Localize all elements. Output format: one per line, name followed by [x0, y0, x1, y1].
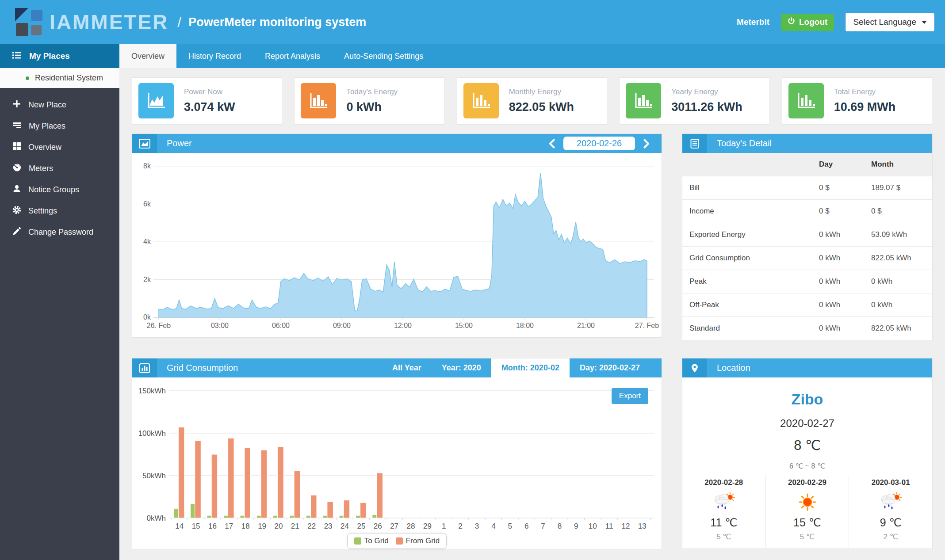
- grid-range-tabs: All Year Year: 2020 Month: 2020-02 Day: …: [382, 358, 650, 377]
- sidebar-item-notice-groups[interactable]: Notice Groups: [0, 179, 119, 200]
- stat-value: 3.074 kW: [184, 100, 235, 114]
- svg-text:100kWh: 100kWh: [138, 429, 166, 438]
- city-name[interactable]: Zibo: [792, 391, 823, 408]
- sidebar-item-meters[interactable]: Meters: [0, 158, 119, 179]
- svg-text:27. Feb: 27. Feb: [635, 322, 659, 329]
- grid-consumption-panel: Grid Consumption All Year Year: 2020 Mon…: [132, 358, 662, 549]
- column-header-day: Day: [819, 153, 871, 176]
- tab-report-analysis[interactable]: Report Analysis: [253, 44, 332, 68]
- svg-text:0kWh: 0kWh: [147, 514, 166, 522]
- logout-button[interactable]: Logout: [781, 14, 834, 31]
- svg-text:25: 25: [357, 522, 365, 530]
- table-row: Exported Energy0 kWh53.09 kWh: [682, 223, 932, 246]
- svg-text:1: 1: [442, 522, 446, 530]
- panel-title: Location: [717, 363, 750, 373]
- sun-rain-icon: [712, 491, 736, 513]
- from-grid-swatch-icon: [396, 537, 403, 545]
- svg-text:150kWh: 150kWh: [138, 387, 166, 395]
- svg-text:20: 20: [275, 522, 283, 530]
- sidebar-item-change-password[interactable]: Change Password: [0, 221, 119, 243]
- table-row: Bill0 $189.07 $: [682, 176, 932, 199]
- chevron-left-icon[interactable]: [549, 139, 555, 149]
- bar-chart-icon: [788, 83, 824, 118]
- user-icon: [12, 184, 21, 195]
- table-row: Income0 $0 $: [682, 199, 932, 223]
- panel-title: Power: [167, 138, 192, 149]
- current-temperature: 8 ℃: [794, 437, 821, 453]
- svg-text:26. Feb: 26. Feb: [147, 322, 171, 329]
- table-row: Peak0 kWh0 kWh: [682, 270, 932, 293]
- svg-text:2: 2: [458, 522, 462, 530]
- sidebar-item-new-place[interactable]: New Place: [0, 94, 119, 115]
- tab-bar: Overview History Record Report Analysis …: [119, 44, 945, 68]
- brand-name: IAMMETER: [50, 10, 168, 34]
- table-row: Standard0 kWh822.05 kWh: [682, 316, 932, 340]
- stat-cards-row: Power Now 3.074 kW Today's Energy 0 kWh: [132, 77, 932, 124]
- svg-text:7: 7: [541, 522, 545, 530]
- sidebar-item-residential-system[interactable]: Residential System: [0, 68, 119, 88]
- legend-item-from-grid[interactable]: From Grid: [396, 537, 440, 545]
- tab-all-year[interactable]: All Year: [382, 358, 432, 377]
- gear-icon: [12, 206, 21, 217]
- tab-overview[interactable]: Overview: [119, 44, 176, 68]
- forecast-day-2: 2020-02-29 15 ℃ 5 ℃: [765, 475, 849, 549]
- svg-text:28: 28: [407, 522, 415, 530]
- bar-chart-icon: [626, 83, 661, 118]
- grid-consumption-chart: Export 0kWh50kWh100kWh150kWh141516171819…: [132, 377, 662, 549]
- export-button[interactable]: Export: [612, 388, 648, 404]
- svg-text:8k: 8k: [143, 162, 151, 170]
- tab-year[interactable]: Year: 2020: [432, 358, 491, 377]
- svg-text:12:00: 12:00: [394, 322, 412, 329]
- legend-item-to-grid[interactable]: To Grid: [354, 537, 389, 545]
- forecast-day-3: 2020-03-01 9 ℃ 2 ℃: [849, 475, 932, 549]
- svg-text:6: 6: [524, 522, 528, 530]
- stat-label: Today's Energy: [346, 88, 398, 96]
- stat-label: Power Now: [184, 88, 235, 96]
- tab-month[interactable]: Month: 2020-02: [491, 358, 570, 377]
- date-input[interactable]: 2020-02-26: [563, 137, 635, 150]
- forecast-day-1: 2020-02-28 11 ℃ 5 ℃: [682, 475, 765, 549]
- svg-text:19: 19: [258, 522, 266, 530]
- svg-text:3: 3: [475, 522, 479, 530]
- chevron-right-icon[interactable]: [643, 139, 650, 149]
- panel-title: Grid Consumption: [167, 363, 238, 373]
- svg-text:21:00: 21:00: [577, 322, 595, 329]
- green-dot-icon: [26, 76, 29, 80]
- svg-text:18:00: 18:00: [516, 322, 534, 329]
- pencil-icon: [12, 227, 21, 238]
- stat-card-monthly-energy: Monthly Energy 822.05 kWh: [457, 77, 607, 124]
- gauge-icon: [12, 163, 22, 174]
- stat-card-power-now: Power Now 3.074 kW: [132, 77, 282, 124]
- svg-text:18: 18: [241, 522, 250, 530]
- plus-icon: [12, 99, 21, 110]
- list-ul-icon: [12, 51, 22, 62]
- todays-detail-panel: Today's Detail Day Month: [682, 133, 933, 340]
- svg-text:27: 27: [390, 522, 398, 530]
- stat-card-todays-energy: Today's Energy 0 kWh: [294, 77, 444, 124]
- svg-text:23: 23: [324, 522, 333, 530]
- tab-auto-sending-settings[interactable]: Auto-Sending Settings: [332, 44, 435, 68]
- svg-text:22: 22: [307, 522, 316, 530]
- location-panel: Location Zibo 2020-02-27 8 ℃ 6 ℃ ~ 8 ℃ 2…: [682, 358, 933, 549]
- table-row: Off-Peak0 kWh0 kWh: [682, 293, 932, 316]
- bar-chart-icon: [463, 83, 499, 118]
- sidebar-item-my-places[interactable]: My Places: [0, 115, 119, 137]
- area-chart-icon: [138, 83, 174, 118]
- tab-history-record[interactable]: History Record: [176, 44, 253, 68]
- chevron-down-icon: [922, 21, 927, 24]
- svg-text:17: 17: [225, 522, 233, 530]
- svg-text:21: 21: [291, 522, 299, 530]
- sidebar-item-overview[interactable]: Overview: [0, 137, 119, 158]
- sun-rain-icon: [878, 491, 903, 513]
- column-header-month: Month: [871, 153, 932, 176]
- stat-value: 3011.26 kWh: [671, 100, 742, 114]
- power-icon: [788, 17, 795, 27]
- power-chart: 0k2k4k6k8k26. Feb03:0006:0009:0012:0015:…: [132, 153, 662, 337]
- todays-detail-table: Day Month Bill0 $189.07 $ Income0 $0 $ E…: [682, 153, 932, 340]
- language-select-button[interactable]: Select Language: [846, 13, 934, 31]
- tab-day[interactable]: Day: 2020-02-27: [570, 358, 650, 377]
- sidebar-section-my-places[interactable]: My Places: [0, 44, 119, 68]
- area-chart-icon: [132, 134, 157, 153]
- svg-text:10: 10: [589, 522, 597, 530]
- sidebar-item-settings[interactable]: Settings: [0, 200, 119, 221]
